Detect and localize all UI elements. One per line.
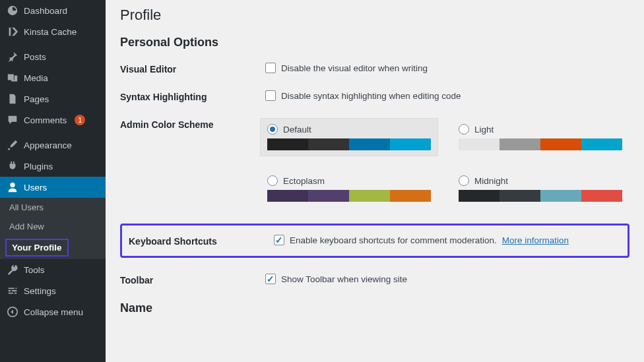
color-scheme-option[interactable]: Light bbox=[451, 118, 629, 156]
color-scheme-radio[interactable] bbox=[267, 124, 278, 135]
wrench-icon bbox=[7, 264, 18, 276]
admin-sidebar: Dashboard Kinsta Cache Posts Media Pages… bbox=[0, 0, 106, 362]
keyboard-label: Keyboard Shortcuts bbox=[129, 235, 274, 247]
color-swatch bbox=[267, 190, 308, 202]
color-swatch bbox=[581, 190, 622, 202]
color-swatch bbox=[267, 138, 308, 150]
syntax-checkbox[interactable] bbox=[265, 90, 276, 101]
color-swatch bbox=[390, 138, 431, 150]
color-swatch bbox=[308, 190, 349, 202]
sidebar-item-comments[interactable]: Comments 1 bbox=[0, 109, 106, 131]
sidebar-item-label: Settings bbox=[24, 286, 56, 296]
syntax-text: Disable syntax highlighting when editing… bbox=[281, 91, 461, 101]
media-icon bbox=[7, 72, 18, 84]
section-name: Name bbox=[120, 301, 629, 315]
color-swatch bbox=[499, 190, 540, 202]
color-scheme-radio[interactable] bbox=[267, 175, 278, 186]
kinsta-icon bbox=[7, 26, 18, 38]
sidebar-item-tools[interactable]: Tools bbox=[0, 259, 106, 280]
sidebar-item-label: Collapse menu bbox=[24, 307, 83, 317]
row-color-scheme: Admin Color Scheme DefaultLightEctoplasm… bbox=[120, 118, 629, 208]
color-scheme-radio[interactable] bbox=[459, 175, 469, 186]
keyboard-shortcuts-highlight: Keyboard Shortcuts Enable keyboard short… bbox=[120, 224, 629, 258]
sidebar-item-label: Dashboard bbox=[24, 6, 67, 16]
color-scheme-name: Light bbox=[474, 125, 494, 135]
sidebar-subitem-add-new[interactable]: Add New bbox=[0, 217, 106, 236]
sidebar-item-settings[interactable]: Settings bbox=[0, 280, 106, 301]
visual-editor-checkbox[interactable] bbox=[265, 63, 276, 73]
sidebar-item-label: Plugins bbox=[24, 162, 53, 171]
sidebar-subitem-all-users[interactable]: All Users bbox=[0, 198, 106, 217]
color-swatch bbox=[540, 190, 581, 202]
collapse-icon bbox=[7, 306, 18, 318]
color-swatch bbox=[540, 138, 581, 150]
page-icon bbox=[7, 93, 18, 105]
toolbar-label: Toolbar bbox=[120, 274, 265, 286]
sidebar-item-label: Pages bbox=[24, 94, 49, 104]
brush-icon bbox=[7, 139, 18, 151]
visual-editor-label: Visual Editor bbox=[120, 63, 265, 75]
row-visual-editor: Visual Editor Disable the visual editor … bbox=[120, 63, 629, 75]
comment-icon bbox=[7, 114, 18, 126]
sidebar-item-appearance[interactable]: Appearance bbox=[0, 135, 106, 156]
sidebar-item-plugins[interactable]: Plugins bbox=[0, 156, 106, 177]
color-scheme-radio[interactable] bbox=[459, 124, 469, 135]
toolbar-text: Show Toolbar when viewing site bbox=[281, 274, 407, 284]
color-swatch bbox=[459, 190, 499, 202]
color-scheme-name: Ectoplasm bbox=[283, 176, 325, 186]
color-swatch-row bbox=[459, 190, 622, 202]
sidebar-item-collapse[interactable]: Collapse menu bbox=[0, 301, 106, 322]
toolbar-checkbox[interactable] bbox=[265, 274, 276, 284]
sidebar-item-dashboard[interactable]: Dashboard bbox=[0, 0, 106, 21]
color-swatch-row bbox=[267, 138, 431, 150]
page-title: Profile bbox=[120, 7, 629, 24]
color-scheme-label: Admin Color Scheme bbox=[120, 118, 260, 130]
color-swatch bbox=[390, 190, 431, 202]
sidebar-item-label: Kinsta Cache bbox=[24, 27, 77, 37]
color-scheme-option[interactable]: Midnight bbox=[451, 169, 629, 208]
sidebar-item-posts[interactable]: Posts bbox=[0, 46, 106, 67]
color-scheme-name: Default bbox=[283, 125, 311, 135]
plug-icon bbox=[7, 160, 18, 172]
sidebar-item-media[interactable]: Media bbox=[0, 67, 106, 88]
sidebar-item-pages[interactable]: Pages bbox=[0, 88, 106, 109]
color-scheme-name: Midnight bbox=[474, 176, 508, 186]
color-scheme-option[interactable]: Default bbox=[260, 118, 438, 156]
keyboard-more-info-link[interactable]: More information bbox=[502, 235, 569, 245]
dashboard-icon bbox=[7, 5, 18, 16]
color-swatch bbox=[499, 138, 540, 150]
sidebar-item-kinsta[interactable]: Kinsta Cache bbox=[0, 21, 106, 42]
color-swatch bbox=[308, 138, 349, 150]
sidebar-item-label: Media bbox=[24, 73, 48, 83]
sidebar-item-label: Users bbox=[24, 183, 47, 193]
main-content: Profile Personal Options Visual Editor D… bbox=[106, 0, 644, 362]
color-swatch bbox=[581, 138, 622, 150]
pin-icon bbox=[7, 51, 18, 63]
section-personal-options: Personal Options bbox=[120, 36, 629, 49]
users-submenu: All Users Add New Your Profile bbox=[0, 198, 106, 259]
comments-badge: 1 bbox=[75, 115, 85, 125]
color-swatch bbox=[349, 190, 390, 202]
user-icon bbox=[7, 181, 18, 193]
sidebar-item-label: Appearance bbox=[24, 140, 72, 150]
color-schemes-grid: DefaultLightEctoplasmMidnight bbox=[260, 118, 629, 208]
color-swatch bbox=[459, 138, 499, 150]
color-swatch-row bbox=[267, 190, 431, 202]
visual-editor-text: Disable the visual editor when writing bbox=[281, 63, 428, 73]
row-syntax-highlighting: Syntax Highlighting Disable syntax highl… bbox=[120, 90, 629, 102]
row-toolbar: Toolbar Show Toolbar when viewing site bbox=[120, 274, 629, 286]
sidebar-subitem-your-profile[interactable]: Your Profile bbox=[5, 239, 69, 256]
color-scheme-option[interactable]: Ectoplasm bbox=[260, 169, 438, 208]
color-swatch-row bbox=[459, 138, 622, 150]
color-swatch bbox=[349, 138, 390, 150]
row-keyboard-shortcuts: Keyboard Shortcuts Enable keyboard short… bbox=[129, 235, 621, 247]
syntax-label: Syntax Highlighting bbox=[120, 90, 265, 102]
keyboard-checkbox[interactable] bbox=[274, 235, 284, 245]
sliders-icon bbox=[7, 285, 18, 297]
sidebar-item-label: Comments bbox=[24, 115, 67, 125]
keyboard-text: Enable keyboard shortcuts for comment mo… bbox=[290, 235, 497, 245]
sidebar-item-label: Posts bbox=[24, 52, 46, 62]
sidebar-item-label: Tools bbox=[24, 265, 45, 275]
sidebar-item-users[interactable]: Users bbox=[0, 177, 106, 198]
